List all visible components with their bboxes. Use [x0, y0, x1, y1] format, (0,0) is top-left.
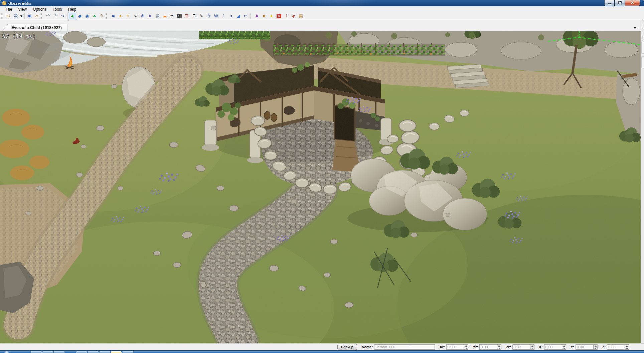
minimize-icon — [608, 3, 611, 4]
taskbar-button[interactable] — [123, 351, 133, 353]
toolbar-grip — [41, 13, 43, 19]
smiley-tool-icon[interactable]: ☺ — [5, 13, 12, 19]
npc-icon[interactable]: ☻ — [110, 13, 117, 19]
taskbar — [0, 350, 644, 353]
scrollbar-thumb[interactable] — [641, 56, 644, 68]
brush-icon[interactable]: ✎ — [198, 13, 205, 19]
yr-input[interactable] — [479, 344, 497, 350]
toolbar-separator — [67, 13, 68, 19]
taskbar-button[interactable] — [88, 351, 99, 353]
x-input[interactable] — [544, 344, 562, 350]
menu-item-tools[interactable]: Tools — [50, 7, 65, 12]
taskbar-button[interactable] — [42, 351, 53, 353]
tab-eyes-of-a-child[interactable]: Eyes of a Child (1918x927) — [3, 24, 67, 31]
minimize-button[interactable] — [604, 0, 615, 6]
field-z: Z: — [598, 344, 629, 350]
field-x: X: — [534, 344, 566, 350]
red-rings-icon[interactable]: ☰ — [183, 13, 190, 19]
spinner[interactable] — [530, 344, 534, 350]
menu-item-file[interactable]: File — [3, 7, 15, 12]
tab-list-dropdown-icon[interactable] — [633, 27, 637, 29]
letter-up-icon[interactable]: Â — [205, 13, 212, 19]
taskbar-button[interactable] — [31, 351, 42, 353]
save-layout-icon[interactable]: ▤ — [12, 13, 19, 19]
tree-orange-icon[interactable]: ☁ — [161, 13, 168, 19]
spinner[interactable] — [593, 344, 598, 350]
close-button[interactable]: ✕ — [625, 0, 640, 6]
save-icon[interactable]: ▣ — [26, 13, 33, 19]
menubar: FileViewOptionsToolsHelp — [0, 6, 644, 12]
viewport-3d[interactable]: 52 (19 ms) — [0, 31, 641, 343]
zr-input[interactable] — [512, 344, 530, 350]
rotate-tool-icon[interactable]: ◉ — [84, 13, 91, 19]
redo-list-icon[interactable]: ↪ — [59, 13, 66, 19]
letter-down-icon[interactable]: W — [212, 13, 220, 19]
titlebar: ☺ GlassesEditor ✕ — [0, 0, 644, 6]
undo-icon[interactable]: ↶ — [44, 13, 52, 19]
open-folder-icon[interactable]: ▱ — [33, 13, 40, 19]
terrain-paint-icon[interactable]: ✎ — [98, 13, 106, 19]
statusbar: Backup Name: Xr: Yr: — [0, 343, 644, 350]
restore-icon — [618, 1, 621, 4]
kanji-icon[interactable]: Ξ — [190, 13, 198, 19]
start-button[interactable] — [5, 351, 10, 353]
ai-icon[interactable]: Ai — [139, 13, 146, 19]
taskbar-button[interactable] — [76, 351, 87, 353]
save-layout-dropdown[interactable]: ▾ — [19, 13, 23, 19]
light-icon[interactable]: ● — [268, 13, 275, 19]
window-right-border[interactable] — [641, 20, 644, 343]
window-controls: ✕ — [604, 0, 640, 6]
menu-item-options[interactable]: Options — [30, 7, 49, 12]
menu-item-view[interactable]: View — [15, 7, 30, 12]
window-title: GlassesEditor — [8, 1, 31, 5]
actor-icon[interactable]: ♟ — [253, 13, 261, 19]
field-xr: Xr: — [435, 344, 468, 350]
fps-counter: 52 (19 ms) — [2, 33, 36, 39]
name-input[interactable] — [374, 344, 435, 350]
warning-icon[interactable]: ! — [283, 13, 290, 19]
toolbar: ☺▤▾▣▱↶↷↪➤◆◉♣✎☻●✳∿Ai●▦☁✒S☰Ξ✎ÂW⇧≈◢✂♟■●D!◈▦ — [0, 12, 644, 20]
pen-icon[interactable]: ✒ — [168, 13, 176, 19]
spinner[interactable] — [625, 344, 629, 350]
terrain-raise-icon[interactable]: ♣ — [91, 13, 98, 19]
spinner[interactable] — [497, 344, 501, 350]
scene-render — [0, 31, 641, 343]
toolbar-separator — [24, 13, 25, 19]
xr-input[interactable] — [446, 344, 464, 350]
name-label: Name: — [362, 345, 373, 349]
redo-icon[interactable]: ↷ — [52, 13, 59, 19]
wireframe-icon[interactable]: ◈ — [290, 13, 297, 19]
scissors-icon[interactable]: ✂ — [242, 13, 249, 19]
bag-icon[interactable]: ● — [117, 13, 124, 19]
spinner[interactable] — [464, 344, 468, 350]
field-yr: Yr: — [468, 344, 501, 350]
d-file-icon[interactable]: D — [275, 13, 283, 19]
bricks-icon[interactable]: ▦ — [297, 13, 305, 19]
translate-tool-icon[interactable]: ◆ — [76, 13, 84, 19]
restore-button[interactable] — [615, 0, 625, 6]
close-icon: ✕ — [631, 0, 634, 5]
sphere-icon[interactable]: ● — [146, 13, 154, 19]
wave-sphere-icon[interactable]: ≈ — [227, 13, 234, 19]
resize-icon[interactable]: ◢ — [234, 13, 242, 19]
taskbar-button[interactable] — [54, 351, 64, 353]
texture-icon[interactable]: S — [176, 13, 183, 19]
z-input[interactable] — [607, 344, 625, 350]
gear-flower-icon[interactable]: ✳ — [124, 13, 132, 19]
menu-item-help[interactable]: Help — [65, 7, 79, 12]
field-zr: Zr: — [501, 344, 534, 350]
upload-icon[interactable]: ⇧ — [220, 13, 227, 19]
spinner[interactable] — [562, 344, 566, 350]
crate-icon[interactable]: ■ — [261, 13, 268, 19]
backup-button[interactable]: Backup — [337, 344, 357, 350]
y-input[interactable] — [576, 344, 593, 350]
taskbar-button[interactable] — [111, 351, 122, 353]
select-cursor-icon[interactable]: ➤ — [69, 13, 76, 19]
app-window: ☺ GlassesEditor ✕ FileViewOptionsToolsHe… — [0, 0, 644, 353]
toolbar-grip — [106, 13, 109, 19]
taskbar-button[interactable] — [100, 351, 110, 353]
scrollbar-thumb[interactable] — [641, 42, 644, 54]
sound-wave-icon[interactable]: ∿ — [132, 13, 139, 19]
toolbar-grip — [250, 13, 252, 19]
building-icon[interactable]: ▦ — [154, 13, 161, 19]
